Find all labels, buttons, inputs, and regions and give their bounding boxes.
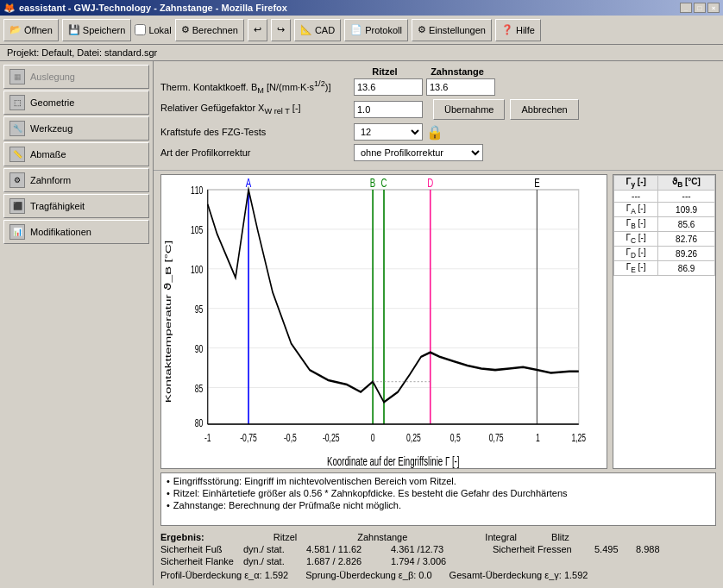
results-col-blitz: Blitz bbox=[551, 532, 569, 542]
legend-row-B: ΓB [-] 85.6 bbox=[614, 217, 715, 232]
row2-ritzel: 1.687 / 2.826 bbox=[306, 556, 384, 566]
legend-row-E: ΓE [-] 86.9 bbox=[614, 261, 715, 276]
message-1: • Eingriffsstörung: Eingriff im nichtevo… bbox=[167, 476, 710, 486]
svg-text:0,25: 0,25 bbox=[406, 431, 421, 443]
form-row-3: Kraftstufe des FZG-Tests 12 🔒 bbox=[160, 123, 716, 141]
close-button[interactable]: × bbox=[707, 3, 720, 13]
svg-text:C: C bbox=[381, 175, 387, 190]
chart-legend: Γy [-] ϑB [°C] --- --- ΓA [-] 109.9 ΓB [… bbox=[613, 174, 716, 469]
chart-area: Kontakttemperatur ϑ_B [°C] 110 bbox=[154, 171, 723, 472]
results-col-ritzel: Ritzel bbox=[273, 532, 298, 542]
svg-text:E: E bbox=[534, 175, 539, 190]
calculate-button[interactable]: ⚙ Berechnen bbox=[175, 19, 244, 41]
svg-text:90: 90 bbox=[195, 342, 204, 354]
column-headers: Ritzel Zahnstange bbox=[160, 66, 716, 77]
save-icon: 💾 bbox=[68, 24, 80, 35]
legend-table: Γy [-] ϑB [°C] --- --- ΓA [-] 109.9 ΓB [… bbox=[613, 175, 715, 276]
settings-icon: ⚙ bbox=[418, 24, 426, 35]
row1-extra-label: Sicherheit Fressen bbox=[493, 544, 588, 554]
ubernehme-button[interactable]: Übernahme bbox=[433, 99, 505, 120]
row1-type: dyn./ stat. bbox=[243, 544, 299, 554]
message-3: • Zahnstange: Berechnung der Prüfmaße ni… bbox=[167, 500, 710, 510]
results-title: Ergebnis: bbox=[160, 532, 204, 542]
chart-wrapper: Kontakttemperatur ϑ_B [°C] 110 bbox=[160, 174, 607, 469]
bullet-3: • bbox=[167, 500, 170, 510]
content-area: Ritzel Zahnstange Therm. Kontaktkoeff. B… bbox=[154, 61, 723, 585]
legend-gamma-B: ΓB [-] bbox=[614, 217, 658, 232]
settings-button[interactable]: ⚙ Einstellungen bbox=[412, 19, 492, 41]
svg-text:95: 95 bbox=[195, 303, 204, 315]
legend-gamma-D: ΓD [-] bbox=[614, 247, 658, 261]
legend-col1-header: Γy [-] bbox=[614, 176, 658, 191]
sidebar: ▦ Auslegung ⬚ Geometrie 🔧 Werkzeug 📏 Abm… bbox=[0, 61, 154, 585]
svg-text:0,75: 0,75 bbox=[489, 431, 504, 443]
row1-zahnstange-input[interactable] bbox=[426, 78, 495, 96]
window-controls: _ □ × bbox=[680, 3, 720, 13]
form-row-1: Therm. Kontaktkoeff. BM [N/(mm·K·s1/2)] bbox=[160, 78, 716, 96]
svg-text:B: B bbox=[370, 175, 375, 190]
open-button[interactable]: 📂 Öffnen bbox=[3, 19, 59, 41]
geometrie-icon: ⬚ bbox=[9, 95, 25, 110]
row3-select[interactable]: 12 bbox=[354, 123, 423, 141]
svg-text:0,5: 0,5 bbox=[450, 431, 461, 443]
svg-text:100: 100 bbox=[191, 263, 203, 275]
row3-label: Kraftstufe des FZG-Tests bbox=[160, 127, 350, 137]
row1-blitz: 8.988 bbox=[636, 544, 660, 554]
row2-value-input[interactable] bbox=[354, 101, 423, 118]
legend-theta-C: 82.76 bbox=[658, 232, 715, 247]
results-area: Ergebnis: Ritzel Zahnstange Integral Bli… bbox=[154, 529, 723, 582]
svg-text:0: 0 bbox=[371, 431, 375, 443]
sidebar-item-auslegung[interactable]: ▦ Auslegung bbox=[3, 65, 149, 89]
help-button[interactable]: ❓ Hilfe bbox=[495, 19, 541, 41]
local-checkbox[interactable] bbox=[135, 24, 146, 35]
message-2: • Ritzel: Einhärtetiefe größer als 0.56 … bbox=[167, 488, 710, 498]
sidebar-item-zahnform[interactable]: ⚙ Zahnform bbox=[3, 168, 149, 192]
row2-zahnstange: 1.794 / 3.006 bbox=[391, 556, 486, 566]
window-title: eassistant - GWJ-Technology - Zahnstange… bbox=[19, 3, 287, 13]
undo-button[interactable]: ↩ bbox=[248, 19, 267, 41]
sidebar-item-werkzeug[interactable]: 🔧 Werkzeug bbox=[3, 116, 149, 141]
row1-integral: 5.495 bbox=[594, 544, 629, 554]
row3-sprung: Sprung-Überdeckung ε_β: 0.0 bbox=[305, 570, 431, 580]
legend-gamma-A: ΓA [-] bbox=[614, 203, 658, 217]
protocol-button[interactable]: 📄 Protokoll bbox=[344, 19, 408, 41]
cad-button[interactable]: 📐 CAD bbox=[294, 19, 341, 41]
temperature-chart: Kontakttemperatur ϑ_B [°C] 110 bbox=[161, 175, 607, 468]
row1-label: Sicherheit Fuß bbox=[160, 544, 236, 554]
sidebar-item-geometrie[interactable]: ⬚ Geometrie bbox=[3, 91, 149, 115]
svg-rect-1 bbox=[208, 190, 579, 424]
svg-text:Kontakttemperatur ϑ_B [°C]: Kontakttemperatur ϑ_B [°C] bbox=[163, 241, 173, 403]
legend-gamma-E: ΓE [-] bbox=[614, 261, 658, 276]
svg-text:D: D bbox=[427, 175, 433, 190]
row4-select[interactable]: ohne Profilkorrektur bbox=[354, 144, 483, 161]
redo-button[interactable]: ↪ bbox=[271, 19, 291, 41]
form-row-4: Art der Profilkorrektur ohne Profilkorre… bbox=[160, 144, 716, 161]
row1-label: Therm. Kontaktkoeff. BM [N/(mm·K·s1/2)] bbox=[160, 79, 350, 95]
row1-ritzel-input[interactable] bbox=[354, 78, 423, 96]
row2-type: dyn./ stat. bbox=[243, 556, 299, 566]
tragfahigkeit-icon: ⬛ bbox=[9, 198, 25, 214]
svg-text:105: 105 bbox=[191, 223, 203, 235]
werkzeug-icon: 🔧 bbox=[9, 121, 25, 136]
svg-text:80: 80 bbox=[195, 416, 204, 428]
svg-text:-1: -1 bbox=[204, 431, 211, 443]
abmasse-icon: 📏 bbox=[9, 147, 25, 162]
svg-text:-0,25: -0,25 bbox=[323, 431, 340, 443]
row1-ritzel: 4.581 / 11.62 bbox=[306, 544, 384, 554]
toolbar: 📂 Öffnen 💾 Speichern Lokal ⚙ Berechnen ↩… bbox=[0, 16, 723, 45]
svg-text:1,25: 1,25 bbox=[571, 431, 586, 443]
legend-theta-E: 86.9 bbox=[658, 261, 715, 276]
sidebar-item-abmasse[interactable]: 📏 Abmaße bbox=[3, 142, 149, 166]
form-row-2: Relativer Gefügefaktor XW rel T [-] Über… bbox=[160, 99, 716, 120]
message-area: • Eingriffsstörung: Eingriff im nichtevo… bbox=[160, 472, 716, 526]
row1-zahnstange: 4.361 /12.73 bbox=[391, 544, 486, 554]
legend-theta-0: --- bbox=[658, 191, 715, 203]
minimize-button[interactable]: _ bbox=[680, 3, 692, 13]
sidebar-item-modifikationen[interactable]: 📊 Modifikationen bbox=[3, 220, 149, 244]
row2-label: Sicherheit Flanke bbox=[160, 556, 236, 566]
maximize-button[interactable]: □ bbox=[694, 3, 706, 13]
help-icon: ❓ bbox=[501, 24, 513, 35]
save-button[interactable]: 💾 Speichern bbox=[62, 19, 132, 41]
abbrechen-button[interactable]: Abbrechen bbox=[510, 99, 578, 120]
sidebar-item-tragfahigkeit[interactable]: ⬛ Tragfähigkeit bbox=[3, 194, 149, 218]
